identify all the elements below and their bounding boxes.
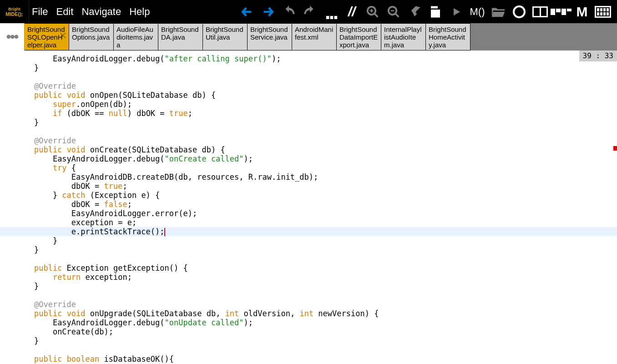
undo-button[interactable] <box>280 3 298 20</box>
file-tab[interactable]: BrightSoundSQLOpenHelper.java✕ <box>25 23 69 51</box>
circle-icon <box>513 5 526 18</box>
file-tab[interactable]: BrightSoundHomeActivity.java <box>426 23 470 51</box>
code-line: public void onCreate(SQLiteDatabase db) … <box>0 145 617 154</box>
toolbar: ... // M() M <box>238 3 617 20</box>
code-line: } <box>0 63 617 72</box>
code-line: try { <box>0 163 617 172</box>
code-editor[interactable]: 39 : 33 EasyAndroidLogger.debug("after c… <box>0 51 617 364</box>
code-line <box>0 254 617 263</box>
tab-label: InternalPlaylistAudioItem.java <box>384 25 423 49</box>
redo-icon <box>303 5 317 19</box>
code-line: } <box>0 336 617 345</box>
code-line <box>0 127 617 136</box>
file-tab[interactable]: BrightSoundOptions.java <box>69 23 114 51</box>
tab-label: BrightSoundService.java <box>250 25 289 41</box>
code-line: super.onOpen(db); <box>0 100 617 109</box>
undo-icon <box>282 5 296 19</box>
code-line <box>0 72 617 81</box>
code-line: @Override <box>0 136 617 145</box>
tab-label: AudioFileAudioItems.java <box>116 25 155 49</box>
code-line: return exception; <box>0 273 617 282</box>
code-line: EasyAndroidLogger.error(e); <box>0 209 617 218</box>
top-bar: Bright MIDE(); File Edit Navigate Help .… <box>0 0 617 23</box>
code-line: public void onOpen(SQLiteDatabase db) { <box>0 91 617 100</box>
keyboard-button[interactable] <box>594 3 612 20</box>
code-line: EasyAndroidLogger.debug("after calling s… <box>0 54 617 63</box>
split-icon <box>532 6 548 17</box>
file-tab[interactable]: AndroidManifest.xml <box>292 23 337 51</box>
side-panel-button[interactable]: ••• <box>0 23 25 51</box>
menu-help[interactable]: Help <box>129 6 150 18</box>
tab-label: BrightSoundOptions.java <box>72 25 111 41</box>
menu-edit[interactable]: Edit <box>56 6 73 18</box>
code-line: e.printStackTrace(); <box>0 227 617 236</box>
open-folder-button[interactable] <box>490 3 507 20</box>
code-line: } <box>0 236 617 245</box>
tab-label: BrightSoundUtil.java <box>206 25 244 41</box>
logo-line2: MIDE(); <box>5 11 23 17</box>
code-line: @Override <box>0 81 617 91</box>
dots-icon: ... <box>325 10 337 14</box>
file-tab[interactable]: BrightSoundDataImportExport.java <box>337 23 381 51</box>
redo-button[interactable] <box>301 3 319 20</box>
close-icon[interactable]: ✕ <box>59 32 67 40</box>
tab-label: BrightSoundHomeActivity.java <box>429 25 467 49</box>
tab-label: AndroidManifest.xml <box>295 25 334 41</box>
code-line: @Override <box>0 300 617 309</box>
m-icon: M <box>577 4 588 20</box>
nav-forward-button[interactable] <box>259 3 277 20</box>
file-tab[interactable]: AudioFileAudioItems.java <box>114 23 158 51</box>
menu-bar: File Edit Navigate Help <box>29 6 150 18</box>
blocks-icon <box>551 9 571 15</box>
file-tab[interactable]: BrightSoundUtil.java <box>203 23 248 51</box>
layout-button[interactable] <box>552 3 570 20</box>
arrow-right-icon <box>261 5 275 18</box>
record-button[interactable] <box>511 3 528 20</box>
code-line: public boolean isDatabaseOK(){ <box>0 354 617 364</box>
file-tab[interactable]: BrightSoundDA.java <box>158 23 203 51</box>
file-tab[interactable]: BrightSoundService.java <box>248 23 292 51</box>
m-button[interactable]: M <box>573 3 591 20</box>
method-list-button[interactable]: M() <box>469 3 486 20</box>
code-content: EasyAndroidLogger.debug("after calling s… <box>0 51 617 364</box>
zoom-in-button[interactable] <box>364 3 381 20</box>
code-line: EasyAndroidDB.createDB(db, resources, R.… <box>0 172 617 182</box>
logo-line1: Bright <box>8 7 20 11</box>
code-line: if (dbOK == null) dbOK = true; <box>0 109 617 118</box>
code-line: } catch (Exception e) { <box>0 191 617 200</box>
zoom-out-button[interactable] <box>385 3 402 20</box>
comment-button[interactable]: // <box>343 3 360 20</box>
file-tab[interactable]: InternalPlaylistAudioItem.java <box>381 23 426 51</box>
dots-icon: ••• <box>6 29 18 45</box>
code-line: EasyAndroidLogger.debug("onUpdate called… <box>0 318 617 327</box>
copy-icon <box>429 5 442 19</box>
nav-back-button[interactable] <box>238 3 256 20</box>
code-line: onCreate(db); <box>0 327 617 336</box>
code-line: public Exception getException() { <box>0 263 617 273</box>
play-icon <box>451 6 462 17</box>
method-icon: M() <box>470 6 485 18</box>
broom-icon <box>408 5 421 19</box>
menu-navigate[interactable]: Navigate <box>81 6 121 18</box>
code-line: } <box>0 245 617 254</box>
slash-icon: // <box>348 4 356 20</box>
tab-label: BrightSoundDA.java <box>161 25 200 41</box>
tab-bar: ••• BrightSoundSQLOpenHelper.java✕Bright… <box>0 23 617 51</box>
keyboard-icon <box>595 6 611 18</box>
folder-open-icon <box>491 4 506 20</box>
code-line: dbOK = false; <box>0 200 617 209</box>
app-logo: Bright MIDE(); <box>0 0 29 23</box>
code-line: dbOK = true; <box>0 182 617 191</box>
run-button[interactable] <box>448 3 465 20</box>
menu-file[interactable]: File <box>32 6 48 18</box>
text-cursor <box>164 228 165 236</box>
code-line: exception = e; <box>0 218 617 227</box>
more-button[interactable]: ... <box>322 3 339 20</box>
code-line: } <box>0 118 617 127</box>
code-line: public void onUpgrade(SQLiteDatabase db,… <box>0 309 617 318</box>
format-button[interactable] <box>406 3 423 20</box>
cursor-position: 39 : 33 <box>579 51 617 61</box>
split-view-button[interactable] <box>531 3 549 20</box>
code-line <box>0 291 617 300</box>
copy-button[interactable] <box>427 3 444 20</box>
